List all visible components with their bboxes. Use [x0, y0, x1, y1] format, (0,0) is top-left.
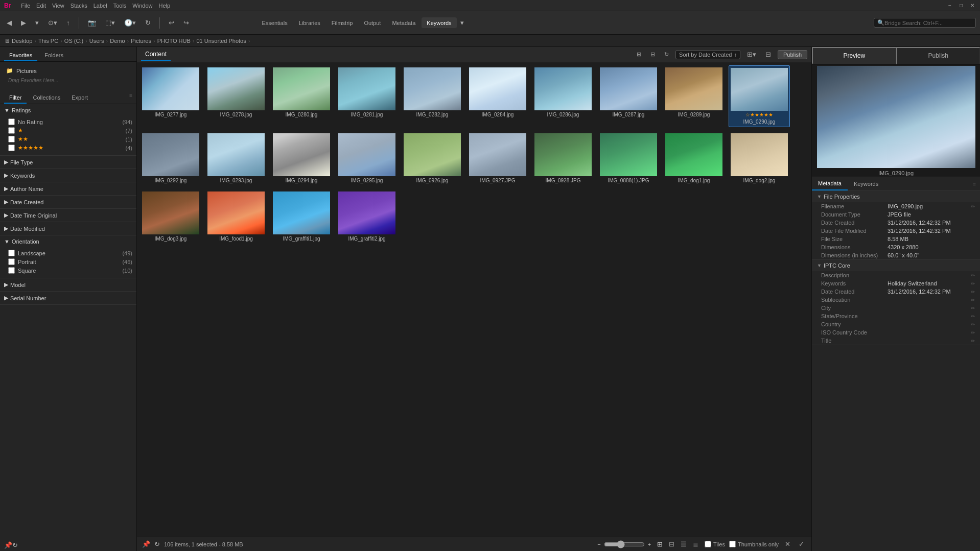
thumb-item-15[interactable]: IMG_0927.JPG — [467, 131, 528, 185]
view-grid-button[interactable]: ⊞ — [655, 539, 665, 549]
filter-datemodified-header[interactable]: ▶ Date Modified — [0, 222, 136, 235]
tab-preview[interactable]: Preview — [812, 47, 896, 64]
thumb-item-3[interactable]: IMG_0281.jpg — [336, 65, 398, 127]
edit-iso-country-code-icon[interactable]: ✏ — [971, 330, 975, 336]
compact-mode-button[interactable]: ✓ — [797, 539, 806, 549]
filter-square[interactable]: Square (10) — [8, 266, 132, 275]
thumb-item-22[interactable]: IMG_graffiti1.jpg — [271, 189, 332, 244]
breadcrumb-os[interactable]: OS (C:) — [64, 38, 83, 44]
more-workspaces-button[interactable]: ▾ — [458, 17, 466, 28]
thumb-item-17[interactable]: IMG_0888(1).JPG — [598, 131, 659, 185]
workspace-options-button[interactable]: ⊟ — [763, 49, 774, 60]
refresh-button[interactable]: ↻ — [143, 17, 153, 28]
thumb-item-13[interactable]: IMG_0295.jpg — [336, 131, 398, 185]
file-properties-header[interactable]: ▼ File Properties — [812, 191, 980, 202]
meta-menu-icon[interactable]: ≡ — [969, 178, 980, 190]
thumb-item-11[interactable]: IMG_0293.jpg — [205, 131, 267, 185]
view-list-button[interactable]: ☰ — [679, 539, 689, 549]
filter-portrait-checkbox[interactable] — [8, 258, 15, 265]
content-tab-label[interactable]: Content — [141, 49, 171, 61]
thumb-item-14[interactable]: IMG_0926.jpg — [402, 131, 463, 185]
filter-sort-icon[interactable]: ⊞ — [634, 50, 644, 59]
tab-collections[interactable]: Collections — [28, 92, 65, 104]
filter-5star-checkbox[interactable] — [8, 145, 15, 151]
status-pin-button[interactable]: 📌 — [142, 540, 150, 548]
thumb-item-16[interactable]: IMG_0928.JPG — [532, 131, 594, 185]
breadcrumb-desktop[interactable]: Desktop — [12, 38, 32, 44]
breadcrumb-thispc[interactable]: This PC — [38, 38, 58, 44]
minimize-button[interactable]: − — [946, 2, 953, 9]
tiles-checkbox[interactable] — [705, 541, 711, 547]
breadcrumb-users[interactable]: Users — [89, 38, 104, 44]
tab-filmstrip[interactable]: Filmstrip — [326, 17, 358, 28]
tab-filter[interactable]: Filter — [4, 92, 27, 104]
thumb-item-7[interactable]: IMG_0287.jpg — [598, 65, 659, 127]
filter-menu-icon[interactable]: ≡ — [129, 92, 132, 104]
open-recent-button[interactable]: 🕐▾ — [122, 17, 138, 28]
thumbnails-only-checkbox[interactable] — [729, 541, 736, 547]
get-photos-button[interactable]: 📷 — [85, 17, 99, 28]
view-grid2-button[interactable]: ⊟ — [667, 539, 676, 549]
filter-keywords-header[interactable]: ▶ Keywords — [0, 169, 136, 182]
view-details-button[interactable]: ≣ — [691, 539, 701, 549]
edit-state-icon[interactable]: ✏ — [971, 314, 975, 319]
thumb-item-8[interactable]: IMG_0289.jpg — [663, 65, 725, 127]
thumb-item-20[interactable]: IMG_dog3.jpg — [140, 189, 201, 244]
redo-button[interactable]: ↪ — [181, 17, 192, 28]
tab-essentials[interactable]: Essentials — [257, 17, 293, 28]
thumb-item-6[interactable]: IMG_0286.jpg — [532, 65, 594, 127]
tab-export[interactable]: Export — [66, 92, 93, 104]
menu-edit[interactable]: Edit — [36, 3, 46, 9]
thumb-item-19[interactable]: IMG_dog2.jpg — [729, 131, 790, 185]
filter-authorname-header[interactable]: ▶ Author Name — [0, 182, 136, 195]
favorite-pictures[interactable]: 📁 Pictures — [4, 66, 132, 76]
sort-dropdown[interactable]: Sort by Date Created ↑ — [675, 50, 740, 59]
tab-keywords[interactable]: Keywords — [422, 17, 456, 28]
filter-no-rating-checkbox[interactable] — [8, 118, 15, 125]
zoom-range[interactable] — [604, 540, 645, 548]
filter-portrait[interactable]: Portrait (46) — [8, 257, 132, 266]
iptc-core-header[interactable]: ▼ IPTC Core — [812, 260, 980, 271]
breadcrumb-photohub[interactable]: PHOTO HUB — [157, 38, 191, 44]
breadcrumb-current[interactable]: 01 Unsorted Photos — [197, 38, 246, 44]
edit-country-icon[interactable]: ✏ — [971, 322, 975, 327]
filter-square-checkbox[interactable] — [8, 267, 15, 274]
thumb-item-21[interactable]: IMG_food1.jpg — [205, 189, 267, 244]
edit-filename-icon[interactable]: ✏ — [971, 204, 975, 209]
filter-landscape[interactable]: Landscape (49) — [8, 249, 132, 257]
filter-5star[interactable]: ★★★★★ (4) — [8, 143, 132, 152]
view-options-button[interactable]: ⊞▾ — [744, 49, 759, 60]
thumb-item-10[interactable]: IMG_0292.jpg — [140, 131, 201, 185]
menu-tools[interactable]: Tools — [113, 3, 127, 9]
menu-window[interactable]: Window — [132, 3, 152, 9]
filter-ratings-header[interactable]: ▼ Ratings — [0, 104, 136, 116]
filter-1star-checkbox[interactable] — [8, 127, 15, 134]
close-button[interactable]: ✕ — [969, 2, 976, 9]
publish-button[interactable]: Publish — [778, 50, 807, 59]
nav-back-button[interactable]: ◀ — [4, 17, 14, 28]
nav-up-button[interactable]: ↑ — [64, 17, 73, 28]
tab-metadata[interactable]: Metadata — [387, 17, 421, 28]
filter-orientation-header[interactable]: ▼ Orientation — [0, 235, 136, 248]
filter-filetype-header[interactable]: ▶ File Type — [0, 156, 136, 169]
breadcrumb-pictures[interactable]: Pictures — [131, 38, 151, 44]
edit-keywords-icon[interactable]: ✏ — [971, 281, 975, 286]
zoom-plus-icon[interactable]: + — [648, 541, 651, 547]
search-input[interactable] — [884, 20, 972, 26]
thumb-item-4[interactable]: IMG_0282.jpg — [402, 65, 463, 127]
breadcrumb-demo[interactable]: Demo — [110, 38, 125, 44]
filter-2star[interactable]: ★★ (1) — [8, 135, 132, 143]
nav-recent-button[interactable]: ▾ — [33, 17, 41, 28]
menu-view[interactable]: View — [52, 3, 64, 9]
filter-landscape-checkbox[interactable] — [8, 250, 15, 256]
nav-forward-button[interactable]: ▶ — [18, 17, 29, 28]
filter-1star[interactable]: ★ (7) — [8, 126, 132, 135]
filter-serialnumber-header[interactable]: ▶ Serial Number — [0, 292, 136, 304]
nav-history-button[interactable]: ⊙▾ — [45, 17, 60, 28]
tab-output[interactable]: Output — [359, 17, 386, 28]
thumb-item-9[interactable]: ☆★★★★★IMG_0290.jpg — [729, 65, 790, 127]
tab-folders[interactable]: Folders — [39, 50, 68, 61]
edit-sublocation-icon[interactable]: ✏ — [971, 297, 975, 303]
zoom-minus-icon[interactable]: − — [597, 541, 600, 547]
status-refresh-button[interactable]: ↻ — [154, 540, 160, 548]
